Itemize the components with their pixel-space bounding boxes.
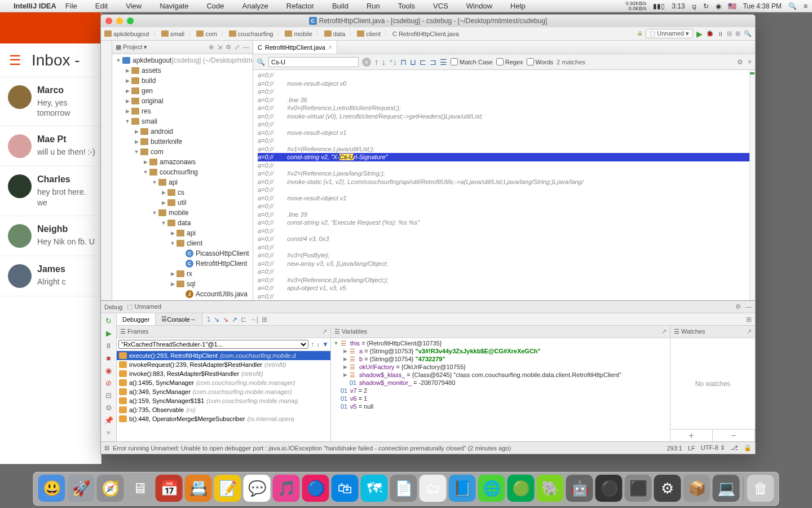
toolbar-icon[interactable]: ⊟ xyxy=(727,30,732,37)
sync-icon[interactable]: ⇊ xyxy=(637,30,642,37)
tree-node[interactable]: ▶api xyxy=(112,228,253,238)
collapse-all-icon[interactable]: ⇲ xyxy=(217,43,222,51)
variable-row[interactable]: ▶☰a = {String@10753} "v3#!R3v44y3ZsJykkb… xyxy=(332,347,669,355)
breadcrumb[interactable]: C RetrofitHttpClient.java xyxy=(392,30,462,37)
project-tree[interactable]: ▼apkdebugout [csdebug] (~/Desktop/mitm▶a… xyxy=(112,54,253,300)
tree-node[interactable]: ▼client xyxy=(112,238,253,248)
breadcrumb[interactable]: data xyxy=(324,29,355,38)
step-over-icon[interactable]: ⤵ xyxy=(207,316,210,323)
inbox-message[interactable]: MarcoHey, yes tomorrow xyxy=(0,77,101,126)
stack-frame[interactable]: invokeRequest():239, RestAdapter$RestHan… xyxy=(117,360,330,369)
evaluate-icon[interactable]: ⊞ xyxy=(262,316,267,323)
dock-app-icon[interactable]: 📦 xyxy=(683,475,710,502)
tree-node[interactable]: CPicassoHttpClient xyxy=(112,248,253,259)
tree-node[interactable]: ▶sql xyxy=(112,279,253,289)
dock-app-icon[interactable]: 🟢 xyxy=(508,475,535,502)
tree-node[interactable]: ▶build xyxy=(112,76,253,86)
variable-row[interactable]: 01v5 = null xyxy=(332,402,669,410)
dock-app-icon[interactable]: ⚙ xyxy=(654,475,681,502)
find-toolbar-icon[interactable]: ⊏ xyxy=(420,58,426,67)
dock-app-icon[interactable]: 🎵 xyxy=(273,475,300,502)
breadcrumb[interactable]: smali xyxy=(161,29,195,38)
debug-button[interactable]: 🐞 xyxy=(706,30,714,37)
tree-node[interactable]: ▶original xyxy=(112,96,253,106)
stack-frame[interactable]: a():349, SyncManager (com.couchsurfing.m… xyxy=(117,387,330,396)
stack-frame[interactable]: invoke():883, RestAdapter$RestHandler (r… xyxy=(117,369,330,378)
window-close-button[interactable] xyxy=(105,17,112,24)
tree-node[interactable]: ▼data xyxy=(112,218,253,228)
gear-icon[interactable]: ⚙ xyxy=(737,58,743,66)
sync-icon[interactable]: ↻ xyxy=(703,2,709,10)
error-stripe[interactable] xyxy=(749,70,755,300)
menu-refactor[interactable]: Refactor xyxy=(286,2,314,10)
menu-analyze[interactable]: Analyze xyxy=(242,2,268,10)
dock-app-icon[interactable]: 🧭 xyxy=(97,475,124,502)
tree-node[interactable]: ▼mobile xyxy=(112,208,253,218)
breadcrumb[interactable]: com xyxy=(196,29,227,38)
step-into-icon[interactable]: ↘ xyxy=(214,316,219,323)
menu-edit[interactable]: Edit xyxy=(95,2,108,10)
editor[interactable]: a=0;//a=0;// move-result-object v0a=0;//… xyxy=(253,70,755,300)
hide-icon[interactable]: — xyxy=(243,43,249,51)
tree-node[interactable]: ▼couchsurfing xyxy=(112,167,253,177)
menu-build[interactable]: Build xyxy=(332,2,348,10)
dock-app-icon[interactable]: 🔵 xyxy=(302,475,329,502)
thread-selector[interactable]: "RxCachedThreadScheduler-1"@1... xyxy=(118,340,308,349)
variable-row[interactable]: ▶☰okUrlFactory = {OkUrlFactory@10755} xyxy=(332,363,669,371)
git-branch[interactable]: ⎇ xyxy=(731,444,738,452)
dock-app-icon[interactable]: 📄 xyxy=(390,475,417,502)
run-config-selector[interactable]: ⬚ Unnamed ▾ xyxy=(646,29,693,38)
gear-icon[interactable]: ⚙ xyxy=(226,43,231,51)
tree-node[interactable]: CRetrofitHttpClient xyxy=(112,259,253,269)
stack-frame[interactable]: a():1495, SyncManager (com.couchsurfing.… xyxy=(117,378,330,387)
pin-button[interactable]: 📌 xyxy=(104,415,114,425)
stack-frame[interactable]: a():735, Observable (rx) xyxy=(117,405,330,414)
drop-frame-icon[interactable]: ⊏ xyxy=(241,316,246,323)
stack-frame[interactable]: execute():293, RetrofitHttpClient (com.c… xyxy=(117,351,330,360)
tree-node[interactable]: ▶gen xyxy=(112,86,253,96)
search-everywhere-icon[interactable]: 🔍 xyxy=(744,30,752,37)
regex-checkbox[interactable]: Regex xyxy=(496,58,523,65)
tree-node[interactable]: ▶butterknife xyxy=(112,137,253,147)
debugger-tab[interactable]: Debugger xyxy=(117,313,156,325)
restore-layout-icon[interactable]: ⊞ xyxy=(746,316,755,323)
debug-label[interactable]: Debug xyxy=(104,304,122,310)
dock-app-icon[interactable]: 📘 xyxy=(449,475,476,502)
inbox-message[interactable]: NeighbHey Nik on fb. U xyxy=(0,216,101,256)
tree-node[interactable]: ▶res xyxy=(112,106,253,116)
next-frame-icon[interactable]: ↓ xyxy=(316,340,320,348)
dock-app-icon[interactable]: 🖥 xyxy=(126,475,153,502)
variable-row[interactable]: ▶☰b = {String@10754} "4732279" xyxy=(332,355,669,363)
close-button[interactable]: × xyxy=(104,427,114,437)
tree-node[interactable]: ▶util xyxy=(112,198,253,208)
dock-app-icon[interactable]: 🚀 xyxy=(68,475,95,502)
tree-node[interactable]: ▼com xyxy=(112,147,253,157)
match-case-checkbox[interactable]: Match Case xyxy=(451,58,493,65)
find-input[interactable] xyxy=(268,57,359,67)
dock-app-icon[interactable]: 🛍 xyxy=(332,475,359,502)
tree-node[interactable]: ▶cs xyxy=(112,187,253,198)
variable-row[interactable]: ▶☰shadow$_klass_ = {Class@6245} "class c… xyxy=(332,371,669,379)
project-view-label[interactable]: ▦ Project ▾ xyxy=(116,43,147,51)
stack-frame[interactable]: a():159, SyncManager$1$1 (com.couchsurfi… xyxy=(117,396,330,405)
variable-row[interactable]: ▼☰this = {RetrofitHttpClient@10735} xyxy=(332,339,669,347)
stop-button[interactable]: ⏸ xyxy=(717,30,723,37)
wifi-icon[interactable]: ◉ xyxy=(716,2,721,10)
scroll-from-source-icon[interactable]: ⊕ xyxy=(209,43,214,51)
close-tab-icon[interactable]: × xyxy=(328,43,332,51)
dock-app-icon[interactable]: 📅 xyxy=(156,475,183,502)
caret-position[interactable]: 293:1 xyxy=(667,445,682,452)
menu-code[interactable]: Code xyxy=(206,2,224,10)
force-step-into-icon[interactable]: ↘ xyxy=(223,316,228,323)
lock-icon[interactable]: 🔒 xyxy=(744,444,752,452)
dock-app-icon[interactable]: 🗂 xyxy=(420,475,447,502)
variable-row[interactable]: 01v6 = 1 xyxy=(332,395,669,402)
prev-match-icon[interactable]: ↑ xyxy=(374,58,378,67)
dock-app-icon[interactable]: 📇 xyxy=(185,475,212,502)
inbox-message[interactable]: JamesAlright c xyxy=(0,256,101,296)
dock-app-icon[interactable]: ⚫ xyxy=(595,475,623,502)
left-tool-stripe[interactable] xyxy=(101,41,112,300)
inbox-message[interactable]: Mae Ptwill u be then! :-) xyxy=(0,126,101,167)
add-watch-button[interactable]: + xyxy=(670,430,713,441)
filter-icon[interactable]: ▼ xyxy=(322,340,329,348)
